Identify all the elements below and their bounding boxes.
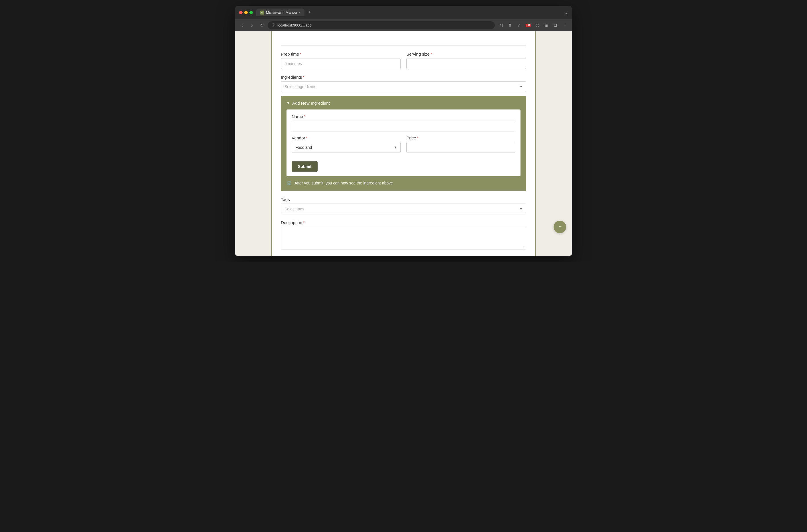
- ingredient-name-input[interactable]: [292, 120, 515, 131]
- top-strip: [281, 37, 526, 45]
- close-window-button[interactable]: [239, 11, 242, 14]
- new-tab-button[interactable]: +: [307, 10, 312, 15]
- share-icon[interactable]: ⬆: [506, 22, 514, 29]
- scroll-top-button[interactable]: ↑: [554, 221, 566, 233]
- collapse-icon: ▼: [287, 101, 290, 105]
- puzzle-icon[interactable]: ⬡: [534, 22, 541, 29]
- ingredient-form-card: Name * Vendor *: [287, 110, 520, 176]
- sidebar-icon[interactable]: ▣: [543, 22, 550, 29]
- ingredient-info-message: 🛒 After you submit, you can now see the …: [287, 180, 520, 186]
- tags-label: Tags: [281, 197, 526, 202]
- price-label: Price *: [406, 135, 515, 140]
- vendor-select[interactable]: Foodland Safeway Times Costco Other: [292, 142, 401, 153]
- tags-select-wrapper: Select tags ▼: [281, 204, 526, 214]
- browser-titlebar: M Microwavin Manoa × + ⌄: [235, 6, 572, 19]
- ingredients-group: Ingredients * Select ingredients ▼: [281, 75, 526, 92]
- ingredients-select-wrapper: Select ingredients ▼: [281, 81, 526, 92]
- prep-time-required: *: [300, 52, 301, 56]
- price-required: *: [417, 136, 418, 140]
- vendor-group: Vendor * Foodland Safeway Times Costco O…: [292, 135, 401, 153]
- prep-time-label: Prep time *: [281, 52, 401, 56]
- extensions-badge: off: [526, 24, 531, 27]
- description-group: Description *: [281, 220, 526, 250]
- security-icon: ⓘ: [272, 23, 275, 28]
- ingredients-label: Ingredients *: [281, 75, 526, 79]
- serving-size-input[interactable]: [406, 58, 526, 69]
- back-button[interactable]: ‹: [239, 22, 246, 29]
- add-ingredient-section: ▼ Add New Ingredient Name *: [281, 96, 526, 191]
- tab-title: Microwavin Manoa: [266, 10, 297, 15]
- ingredient-name-group: Name *: [292, 114, 515, 131]
- description-required: *: [303, 221, 305, 225]
- address-bar[interactable]: ⓘ localhost:3000/#/add: [268, 21, 495, 29]
- ingredient-section-header[interactable]: ▼ Add New Ingredient: [287, 101, 520, 106]
- tab-chevron-icon[interactable]: ⌄: [565, 10, 568, 15]
- forward-button[interactable]: ›: [248, 22, 256, 29]
- description-textarea[interactable]: [281, 227, 526, 249]
- vendor-required: *: [306, 136, 308, 140]
- ingredient-section-title: Add New Ingredient: [292, 101, 330, 106]
- prep-time-input[interactable]: [281, 58, 401, 69]
- tab-close-button[interactable]: ×: [298, 11, 300, 14]
- extensions-icon[interactable]: off: [525, 22, 532, 29]
- submit-button[interactable]: Submit: [292, 162, 318, 172]
- toolbar-icons: ⚿ ⬆ ☆ off ⬡ ▣ ◕ ⋮: [497, 22, 568, 29]
- page-content: Prep time * Serving size * Ingredients: [235, 31, 572, 256]
- key-icon[interactable]: ⚿: [497, 22, 505, 29]
- tags-select[interactable]: Select tags: [281, 204, 526, 214]
- bookmark-icon[interactable]: ☆: [515, 22, 523, 29]
- price-group: Price *: [406, 135, 515, 153]
- right-sidebar: ↑: [535, 31, 572, 256]
- minimize-window-button[interactable]: [244, 11, 248, 14]
- traffic-lights: [239, 11, 253, 14]
- price-input[interactable]: [406, 142, 515, 153]
- refresh-button[interactable]: ↻: [258, 22, 265, 29]
- main-content: Prep time * Serving size * Ingredients: [272, 31, 535, 256]
- ingredients-select[interactable]: Select ingredients: [281, 81, 526, 92]
- prep-serving-row: Prep time * Serving size *: [281, 52, 526, 69]
- vendor-select-wrapper: Foodland Safeway Times Costco Other ▼: [292, 142, 401, 153]
- menu-icon[interactable]: ⋮: [561, 22, 568, 29]
- description-label: Description *: [281, 220, 526, 225]
- ingredients-required: *: [303, 75, 304, 79]
- serving-size-group: Serving size *: [406, 52, 526, 69]
- browser-toolbar: ‹ › ↻ ⓘ localhost:3000/#/add ⚿ ⬆ ☆ off ⬡…: [235, 19, 572, 31]
- ingredient-name-label: Name *: [292, 114, 515, 119]
- browser-window: M Microwavin Manoa × + ⌄ ‹ › ↻ ⓘ localho…: [235, 6, 572, 256]
- active-tab[interactable]: M Microwavin Manoa ×: [256, 8, 305, 16]
- profile-icon[interactable]: ◕: [552, 22, 559, 29]
- tab-favicon: M: [260, 11, 264, 15]
- tab-bar: M Microwavin Manoa × +: [256, 8, 561, 16]
- address-url: localhost:3000/#/add: [277, 23, 312, 27]
- prep-time-group: Prep time *: [281, 52, 401, 69]
- vendor-price-row: Vendor * Foodland Safeway Times Costco O…: [292, 135, 515, 153]
- tags-group: Tags Select tags ▼: [281, 197, 526, 214]
- serving-size-required: *: [430, 52, 432, 56]
- serving-size-label: Serving size *: [406, 52, 526, 56]
- vendor-label: Vendor *: [292, 135, 401, 140]
- ingredient-name-required: *: [304, 114, 305, 119]
- divider: [281, 45, 526, 46]
- left-sidebar: [235, 31, 272, 256]
- cart-icon: 🛒: [287, 180, 292, 186]
- maximize-window-button[interactable]: [250, 11, 253, 14]
